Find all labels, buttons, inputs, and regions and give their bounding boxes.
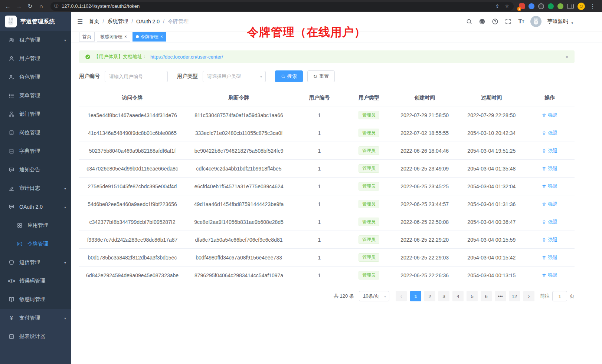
- font-size-icon[interactable]: TT: [517, 18, 525, 25]
- user-avatar[interactable]: [530, 16, 542, 27]
- search-icon[interactable]: [465, 18, 473, 25]
- alert-close-icon[interactable]: ×: [565, 54, 569, 60]
- page-number-button[interactable]: 5: [467, 291, 478, 301]
- page-size-select[interactable]: 10条/页 ▾: [359, 291, 389, 301]
- force-logout-button[interactable]: 强退: [542, 130, 557, 136]
- browser-profile-avatar[interactable]: ☺: [578, 3, 585, 10]
- force-logout-button[interactable]: 强退: [542, 272, 557, 279]
- browser-refresh-icon[interactable]: ↻: [26, 3, 34, 9]
- alert-doc-link[interactable]: https://doc.iocoder.cn/user-center/: [150, 54, 223, 60]
- refresh-icon: ↻: [313, 74, 317, 79]
- github-icon[interactable]: [478, 18, 486, 25]
- sidebar-item-notice[interactable]: 通知公告: [0, 161, 71, 179]
- browser-back-icon[interactable]: ←: [4, 3, 12, 9]
- force-logout-button[interactable]: 强退: [542, 254, 557, 261]
- page-tab[interactable]: 敏感词管理 ×: [97, 32, 130, 42]
- reset-button[interactable]: ↻ 重置: [307, 70, 335, 82]
- fullscreen-icon[interactable]: [504, 18, 512, 25]
- page-number-button[interactable]: 2: [424, 291, 435, 301]
- page-tab[interactable]: 令牌管理 ×: [132, 32, 166, 42]
- breadcrumb-item[interactable]: OAuth 2.0: [136, 19, 160, 24]
- sidebar-item-department[interactable]: 部门管理: [0, 105, 71, 123]
- tab-close-icon[interactable]: ×: [124, 34, 127, 39]
- force-logout-button[interactable]: 强退: [542, 219, 557, 225]
- trash-icon: [542, 184, 546, 189]
- table-row: 502375b8040a469a9b82188afdf6af1f be90422…: [79, 142, 575, 160]
- browser-forward-icon[interactable]: →: [15, 3, 23, 9]
- sidebar-item-report-designer[interactable]: 报表设计器: [0, 327, 71, 346]
- trash-icon: [542, 131, 546, 135]
- sidebar-item-role[interactable]: 角色管理: [0, 68, 71, 86]
- page-number-button[interactable]: 4: [452, 291, 464, 301]
- force-logout-button[interactable]: 强退: [542, 148, 557, 154]
- sidebar-item-payment[interactable]: ¥ 支付管理 ▾: [0, 309, 71, 327]
- sidebar-item-user[interactable]: 用户管理: [0, 49, 71, 68]
- browser-home-icon[interactable]: ⌂: [37, 3, 45, 9]
- sidebar-item-sensitive-word[interactable]: 敏感词管理: [0, 290, 71, 309]
- extension-icon[interactable]: [548, 3, 554, 9]
- page-number-button[interactable]: 6: [481, 291, 492, 301]
- browser-menu-icon[interactable]: ⋮: [589, 3, 597, 9]
- user-type-cell: 管理员: [347, 235, 391, 244]
- total-count: 共 120 条: [334, 293, 354, 300]
- force-logout-button[interactable]: 强退: [542, 236, 557, 243]
- force-logout-button[interactable]: 强退: [542, 201, 557, 208]
- user-type-badge: 管理员: [359, 182, 379, 191]
- alert-text: 【用户体系】文档地址：: [94, 53, 147, 60]
- page-tab[interactable]: 首页: [79, 32, 95, 42]
- goto-page-input[interactable]: [552, 291, 567, 301]
- search-button[interactable]: 搜索: [275, 70, 303, 82]
- user-id-input[interactable]: [105, 71, 168, 82]
- bookmark-star-icon[interactable]: ☆: [504, 4, 510, 9]
- sidebar-item-token[interactable]: 令牌管理: [0, 235, 71, 253]
- expire-time-cell: 2054-03-04 01:32:04: [458, 183, 525, 189]
- column-header: 用户类型: [347, 90, 391, 106]
- sidebar-item-post[interactable]: 岗位管理: [0, 123, 71, 142]
- extension-icon[interactable]: [529, 3, 534, 9]
- site-info-icon[interactable]: ⓘ: [54, 3, 59, 9]
- page-number-button[interactable]: 12: [509, 291, 520, 301]
- prev-page-button[interactable]: ‹: [396, 291, 407, 301]
- sidebar-item-dictionary[interactable]: 字典管理: [0, 142, 71, 161]
- sidebar-item-application[interactable]: 应用管理: [0, 216, 71, 235]
- sidebar-item-tenant[interactable]: 租户管理 ▾: [0, 31, 71, 49]
- browser-address-bar[interactable]: ⓘ 127.0.0.1:1024/system/oauth2/token ⇧ ☆: [50, 2, 514, 11]
- next-page-button[interactable]: ›: [523, 291, 534, 301]
- user-type-cell: 管理员: [347, 111, 391, 119]
- action-cell: 强退: [525, 112, 575, 119]
- sidebar-item-error-code[interactable]: </> 错误码管理: [0, 272, 71, 290]
- username[interactable]: 芋道源码: [547, 18, 568, 25]
- force-logout-button[interactable]: 强退: [542, 183, 557, 190]
- user-type-select[interactable]: 请选择用户类型 ▾: [203, 71, 266, 82]
- expire-time-cell: 2054-03-10 20:42:34: [458, 130, 525, 136]
- refresh-token-cell: dfa6c71a50a54c66bef706ef9e6e8d81: [186, 237, 292, 243]
- expire-time-cell: 2054-03-04 00:15:59: [458, 237, 525, 243]
- create-time-cell: 2022-06-25 23:44:57: [391, 201, 458, 207]
- share-icon[interactable]: ⇧: [494, 4, 500, 9]
- chevron-down-icon: ▾: [64, 261, 66, 265]
- force-logout-button[interactable]: 强退: [542, 165, 557, 172]
- page-number-button[interactable]: •••: [495, 291, 506, 301]
- sidebar-item-menu[interactable]: 菜单管理: [0, 86, 71, 105]
- sidebar-toggle-icon[interactable]: ☰: [77, 18, 83, 26]
- split-view-icon[interactable]: [567, 4, 574, 9]
- code-icon: </>: [7, 278, 16, 284]
- extension-icon[interactable]: 1: [519, 3, 525, 9]
- breadcrumb-item[interactable]: 首页: [89, 18, 99, 25]
- trash-icon: [542, 255, 546, 260]
- sidebar-item-sms[interactable]: 短信管理 ▾: [0, 253, 71, 272]
- access-token-cell: 275e5de9151045fe87cbdc395e004f4d: [79, 183, 186, 189]
- help-icon[interactable]: [491, 18, 499, 25]
- extension-icon[interactable]: [538, 3, 544, 9]
- sidebar-item-audit-log[interactable]: 审计日志 ▾: [0, 179, 71, 198]
- sidebar-item-label: OAuth 2.0: [19, 204, 64, 210]
- app-logo[interactable]: 芋道管理系统: [0, 12, 71, 31]
- tab-close-icon[interactable]: ×: [160, 34, 163, 39]
- force-logout-button[interactable]: 强退: [542, 112, 557, 119]
- chevron-down-icon[interactable]: ▾: [571, 21, 573, 27]
- extension-icon[interactable]: [557, 3, 563, 9]
- sidebar-item-oauth[interactable]: OAuth 2.0 ▴: [0, 198, 71, 216]
- page-number-button[interactable]: 1: [410, 291, 421, 301]
- page-number-button[interactable]: 3: [438, 291, 449, 301]
- breadcrumb-item[interactable]: 系统管理: [107, 18, 128, 25]
